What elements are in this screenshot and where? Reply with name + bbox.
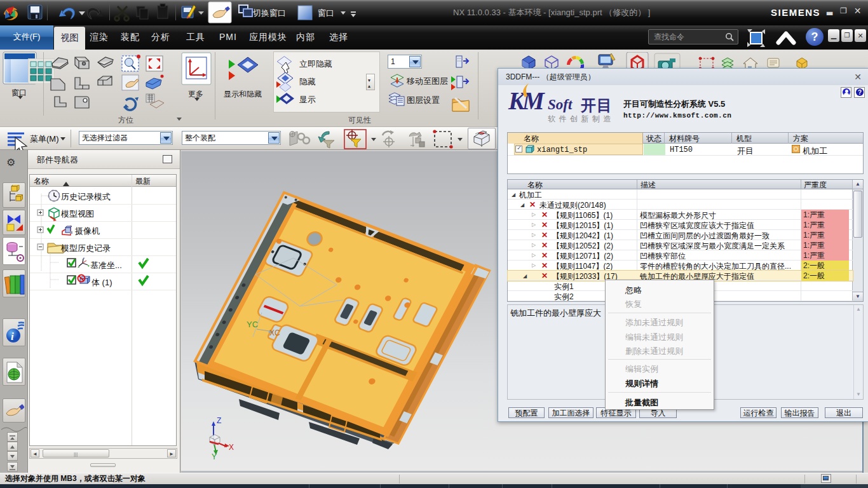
svg-text:隐藏: 隐藏 xyxy=(299,77,316,86)
svg-text:Y: Y xyxy=(212,452,217,461)
svg-text:X: X xyxy=(229,443,234,452)
svg-text:i: i xyxy=(11,330,14,342)
svg-text:显示: 显示 xyxy=(299,95,316,104)
svg-text:立即隐藏: 立即隐藏 xyxy=(299,59,332,69)
svg-text:XC: XC xyxy=(269,329,280,337)
svg-text:YC: YC xyxy=(247,320,258,329)
svg-text:Z: Z xyxy=(217,416,221,425)
